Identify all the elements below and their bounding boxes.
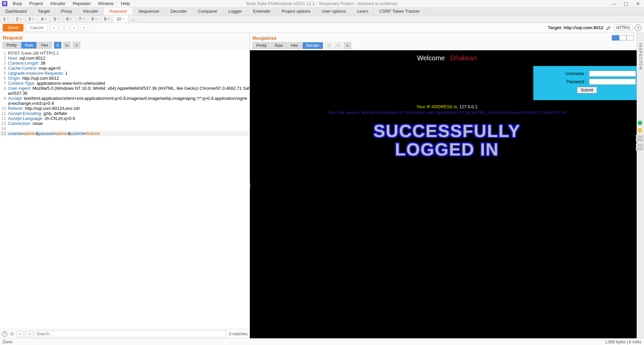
close-tab-icon[interactable]: × [122,17,124,21]
username-input[interactable] [589,71,636,77]
search-help-icon[interactable]: ? [2,331,7,337]
request-view-pretty[interactable]: Pretty [3,42,20,49]
menu-window[interactable]: Window [95,0,117,7]
cancel-button[interactable]: Cancel [25,23,48,32]
layout-tabs-icon[interactable] [627,35,634,41]
close-icon[interactable]: ✕ [632,1,644,6]
svg-point-0 [11,333,13,335]
repeater-tab-2[interactable]: 2 × [13,15,25,22]
layout-split-vertical-icon[interactable] [612,35,619,41]
target-label: Target: http://sql.com:8012 [548,25,603,30]
main-tab-learn[interactable]: Learn [352,7,374,15]
request-line[interactable]: 13Connection: close [0,121,250,126]
menu-repeater[interactable]: Repeater [69,0,94,7]
close-tab-icon[interactable]: × [70,17,72,21]
request-view-raw[interactable]: Raw [21,42,37,49]
request-newline-icon[interactable]: \n [63,42,71,49]
close-tab-icon[interactable]: × [19,17,21,21]
request-line[interactable]: 1POST /Less-18/ HTTP/1.1 [0,51,250,56]
history-back-button[interactable]: < [50,24,58,31]
main-tab-decoder[interactable]: Decoder [165,7,193,15]
menu-project[interactable]: Project [26,0,46,7]
repeater-tab-7[interactable]: 7 × [75,15,88,22]
close-tab-icon[interactable]: × [7,17,9,21]
repeater-tab-10[interactable]: 10 × [113,15,128,22]
search-input[interactable] [34,331,226,337]
protocol-toggle[interactable]: HTTP/1 [614,24,633,31]
main-tab-extender[interactable]: Extender [248,7,276,15]
close-tab-icon[interactable]: × [95,17,97,21]
request-line[interactable]: 11Accept-Encoding: gzip, deflate [0,111,250,116]
close-tab-icon[interactable]: × [45,17,47,21]
menu-burp[interactable]: Burp [9,0,25,7]
request-line[interactable]: 6Origin: http://sql.com:8012 [0,76,250,81]
response-menu-icon[interactable]: ≡ [344,42,351,49]
layout-split-horizontal-icon[interactable] [619,35,627,41]
main-tab-repeater[interactable]: Repeater [104,7,133,15]
close-tab-icon[interactable]: × [108,17,110,21]
history-forward-button[interactable]: > [70,24,78,31]
main-tab-dashboard[interactable]: Dashboard [0,7,33,15]
response-view-raw[interactable]: Raw [271,42,286,49]
request-view-hex[interactable]: Hex [37,42,52,49]
maximize-icon[interactable]: ▢ [620,1,632,6]
repeater-tab-1[interactable]: 1 × [0,15,13,22]
repeater-tab-9[interactable]: 9 × [101,15,113,22]
status-dot-yellow-icon [638,128,642,133]
response-view-pretty[interactable]: Pretty [253,42,270,49]
repeater-tab-5[interactable]: 5 × [50,15,63,22]
login-submit-button[interactable]: Submit [577,87,597,93]
request-line[interactable]: 14 [0,126,250,131]
menu-help[interactable]: Help [117,0,133,7]
main-tab-sequencer[interactable]: Sequencer [133,7,165,15]
inspector-sidebar[interactable]: INSPECTOR [637,33,644,338]
close-tab-icon[interactable]: × [57,17,59,21]
close-tab-icon[interactable]: × [32,17,34,21]
request-line[interactable]: 5Upgrade-Insecure-Requests: 1 [0,71,250,76]
menu-intruder[interactable]: Intruder [47,0,69,7]
send-button[interactable]: Send [3,24,23,31]
request-line[interactable]: 7Content-Type: application/x-www-form-ur… [0,81,250,86]
edit-target-icon[interactable] [605,24,612,31]
request-body-line[interactable]: 15uname=admin&passwd=admin&submit=Submit [0,131,250,136]
request-menu-icon[interactable]: ≡ [73,42,80,49]
repeater-tab-8[interactable]: 8 × [88,15,101,22]
layout-toggle[interactable] [612,35,634,41]
close-tab-icon[interactable]: × [83,17,85,21]
password-input[interactable] [589,79,636,85]
request-line[interactable]: 2Host: sql.com:8012 [0,56,250,61]
request-line[interactable]: 9Accept: text/html,application/xhtml+xml… [0,96,250,106]
search-prev-button[interactable]: ← [17,331,24,337]
history-forward-dropdown[interactable]: ▾ [80,24,88,31]
split-handle[interactable] [249,179,251,192]
search-settings-icon[interactable] [9,331,15,337]
main-tab-csrf-token-tracker[interactable]: CSRF Token Tracker [374,7,425,15]
history-back-dropdown[interactable]: ▾ [60,24,68,31]
main-tab-logger[interactable]: Logger [223,7,248,15]
main-tab-user-options[interactable]: User options [316,7,352,15]
main-tab-target[interactable]: Target [33,7,56,15]
help-icon[interactable]: ? [635,24,641,31]
minimize-icon[interactable]: — [608,1,620,6]
repeater-tab-3[interactable]: 3 × [25,15,38,22]
main-tab-project-options[interactable]: Project options [276,7,316,15]
request-line[interactable]: 4Cache-Control: max-age=0 [0,66,250,71]
request-editor[interactable]: 1POST /Less-18/ HTTP/1.12Host: sql.com:8… [0,50,250,329]
main-tab-intruder[interactable]: Intruder [78,7,104,15]
request-line[interactable]: 12Accept-Language: zh-CN,zh;q=0.9 [0,116,250,121]
inspector-label: INSPECTOR [639,43,643,70]
repeater-tab-more[interactable]: ... [128,15,139,22]
search-next-button[interactable]: → [25,331,33,337]
main-tab-comparer[interactable]: Comparer [193,7,223,15]
request-line[interactable]: 8User-Agent: Mozilla/5.0 (Windows NT 10.… [0,86,250,96]
main-tab-proxy[interactable]: Proxy [56,7,78,15]
user-agent-line: Your User Agent is: Mozilla/5.0 (Windows… [253,110,641,115]
repeater-tab-4[interactable]: 4 × [38,15,51,22]
response-view-hex[interactable]: Hex [287,42,302,49]
request-line[interactable]: 10Referer: http://sql.com:8012/Less-18/ [0,106,250,111]
request-line[interactable]: 3Content-Length: 38 [0,61,250,66]
response-view-render[interactable]: Render [303,42,323,49]
repeater-tab-6[interactable]: 6 × [63,15,76,22]
request-actions-icon[interactable]: ☰ [54,42,61,49]
repeater-sub-tabs: 1 ×2 ×3 ×4 ×5 ×6 ×7 ×8 ×9 ×10 ×... [0,15,644,23]
